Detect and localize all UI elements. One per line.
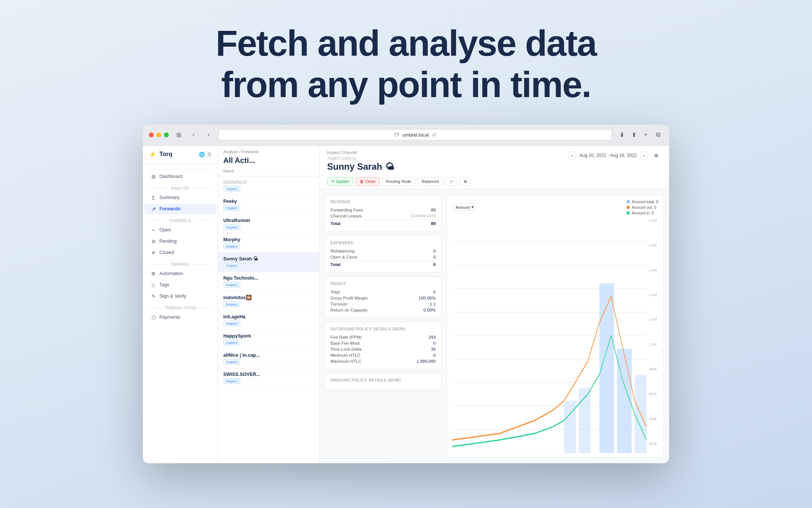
list-item[interactable]: SWISS.SOVER... Inspect (218, 368, 319, 388)
outbound-min-htlc: Minimum HTLC 0 (330, 352, 436, 358)
list-item[interactable]: 02415d7ec37 Inspect (218, 176, 319, 195)
expenses-total: Total 0 (330, 261, 436, 268)
sidebar-item-tags[interactable]: ◇ Tags (144, 280, 216, 291)
inspect-tag[interactable]: Inspect (223, 321, 240, 326)
forward-button[interactable]: › (203, 129, 214, 140)
legend-dot-out (627, 206, 630, 209)
sidebar-label-summary: Summary (159, 195, 179, 200)
payments-icon: ⬡ (150, 315, 156, 320)
list-item[interactable]: Sunny Sarah 🌤 Inspect (218, 253, 319, 272)
outbound-time-lock: Time Lock Delta 39 (330, 346, 436, 352)
row-tags: Inspect (223, 243, 314, 249)
row-id: 02415d7ec37 (223, 180, 314, 184)
copy-button[interactable]: ⧉ (653, 129, 663, 140)
minimize-button[interactable] (156, 132, 161, 137)
date-range: Aug 10, 2022 - Aug 16, 2022 (579, 153, 637, 158)
sidebar-label-tags: Tags (159, 282, 169, 287)
row-tags: Inspect (223, 340, 314, 345)
list-item[interactable]: UltraRunner Inspect (218, 214, 319, 234)
outbound-base-fee: Base Fee Msat 0 (330, 340, 436, 346)
activity-list: 02415d7ec37 Inspect Peeky Inspect (218, 176, 319, 463)
sidebar-item-sign-verify[interactable]: ✎ Sign & Verify (144, 291, 216, 302)
row-name: Ngu Technolo... (223, 275, 314, 281)
inspect-tag[interactable]: Inspect (223, 359, 240, 365)
sidebar-item-forwards[interactable]: ↗ Forwards (144, 204, 216, 214)
inspect-tag[interactable]: Inspect (223, 301, 240, 307)
sidebar-section-channels: Channels (143, 215, 218, 224)
sidebar-section-manage: Manage (143, 259, 218, 268)
inspect-tag[interactable]: Inspect (223, 282, 240, 287)
legend-label-out: Amount out: 0 (632, 205, 656, 210)
list-item[interactable]: Ngu Technolo... Inspect (218, 272, 319, 291)
close-button[interactable] (149, 132, 154, 137)
address-bar[interactable]: 🛡 umbrel.local ↺ (218, 129, 612, 140)
list-item[interactable]: indomitus🎇 Inspect (218, 291, 319, 311)
chart-selector[interactable]: Amount ▾ (452, 204, 477, 211)
maximize-button[interactable] (164, 132, 169, 137)
sidebar-label-dashboard: Dashboard (159, 174, 182, 179)
row-name: indomitus🎇 (223, 295, 314, 300)
sidebar-item-automation[interactable]: ⚙ Automation (144, 268, 216, 279)
row-name: Morphy (223, 237, 314, 242)
chart-svg (452, 218, 658, 453)
revenue-total: Total 89 (330, 220, 436, 227)
back-button[interactable]: ‹ (188, 129, 199, 140)
download-button[interactable]: ⬇ (617, 129, 627, 140)
hero-section: Fetch and analyse data from any point in… (216, 23, 596, 106)
date-next-button[interactable]: › (640, 151, 648, 160)
balanced-button[interactable]: Balanced (418, 177, 443, 186)
sidebar-item-open[interactable]: ⌁ Open (144, 225, 216, 236)
expand-button[interactable]: ⤢ (445, 177, 457, 186)
sidebar-item-dashboard[interactable]: ⊞ Dashboard (144, 171, 216, 182)
routing-node-button[interactable]: Routing Node (382, 177, 415, 186)
list-item[interactable]: In0.ageHa Inspect (218, 311, 319, 330)
update-button[interactable]: ✎ Update (327, 177, 353, 186)
list-item[interactable]: Morphy Inspect (218, 234, 319, 253)
expenses-rebalancing: Rebalancing 0 (330, 248, 436, 254)
row-tags: Inspect (223, 263, 314, 268)
inspect-tag[interactable]: Inspect (223, 205, 240, 211)
sidebar-item-closed[interactable]: ✕ Closed (144, 247, 216, 258)
sidebar-label-forwards: Forwards (159, 206, 180, 211)
new-tab-button[interactable]: + (641, 129, 651, 140)
inspect-tag[interactable]: Inspect (223, 340, 240, 345)
dashboard-icon: ⊞ (150, 174, 156, 179)
sidebar: ⚡ Torq 🌐 ☰ ⊞ Dashboard (143, 146, 218, 463)
row-name: Peeky (223, 199, 314, 204)
share-button[interactable]: ⬆ (629, 129, 639, 140)
inspect-tag[interactable]: Inspect (223, 243, 240, 249)
row-tags: Inspect (223, 301, 314, 307)
legend-label-total: Amount total: 0 (632, 199, 658, 204)
detail-body: Revenue Forwarding Fees 89 Channel Lease… (320, 189, 669, 463)
list-item[interactable]: allNice | In.cap... Inspect (218, 349, 319, 368)
date-prev-button[interactable]: ‹ (568, 151, 576, 160)
list-item[interactable]: Peeky Inspect (218, 195, 319, 214)
close-channel-button[interactable]: 🗑 Close (356, 177, 380, 186)
sidebar-item-summary[interactable]: Σ Summary (144, 192, 216, 203)
sidebar-label-sign-verify: Sign & Verify (159, 294, 186, 299)
outbound-policy-card: Outbound Policy Details (now) Fee Rate (… (325, 322, 441, 369)
sidebar-section-blank (143, 165, 218, 171)
inspect-tag[interactable]: Inspect (223, 186, 240, 192)
close-detail-button[interactable]: ⊗ (651, 150, 662, 161)
sidebar-toggle-button[interactable]: ⊞ (173, 129, 184, 140)
profit-total: Total 0 (330, 289, 436, 295)
inspect-tag[interactable]: Inspect (223, 378, 240, 384)
inspect-tag[interactable]: Inspect (223, 263, 240, 268)
detail-header: Inspect Channel 742907×1491×1 Sunny Sara… (320, 146, 669, 189)
sidebar-label-closed: Closed (159, 250, 174, 255)
legend-dot-total (627, 200, 630, 203)
sidebar-item-pending[interactable]: ⊘ Pending (144, 236, 216, 247)
shield-icon: 🛡 (394, 132, 399, 138)
open-icon: ⌁ (150, 227, 156, 233)
inspect-tag[interactable]: Inspect (223, 224, 240, 230)
forwards-icon: ↗ (150, 206, 156, 212)
list-item[interactable]: HappySpork Inspect (218, 330, 319, 349)
chart-header: Amount ▾ Amount total: 0 (452, 199, 658, 215)
browser-chrome: ⊞ ‹ › 🛡 umbrel.local ↺ ⬇ ⬆ + ⧉ (143, 125, 669, 146)
sidebar-item-payments[interactable]: ⬡ Payments (144, 312, 216, 323)
legend-label-in: Amount in: 0 (632, 211, 654, 215)
outbound-fee-rate: Fee Rate (PPM) 293 (330, 334, 436, 340)
add-button[interactable]: ⊕ (459, 177, 471, 186)
detail-left-column: Revenue Forwarding Fees 89 Channel Lease… (325, 195, 441, 458)
